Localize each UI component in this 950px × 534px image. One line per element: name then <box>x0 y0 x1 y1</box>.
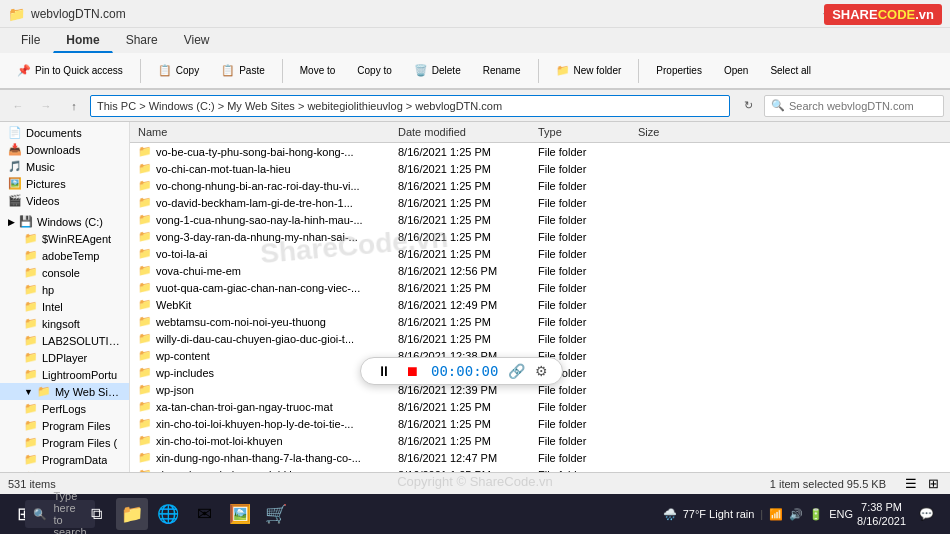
tiles-view-button[interactable]: ⊞ <box>924 475 942 493</box>
sidebar-item-ldplayer[interactable]: 📁 LDPlayer <box>0 349 129 366</box>
sidebar-item-hp[interactable]: 📁 hp <box>0 281 129 298</box>
table-row[interactable]: 📁 vo-david-beckham-lam-gi-de-tre-hon-1..… <box>130 194 950 211</box>
sidebar-label-pictures: Pictures <box>26 178 66 190</box>
file-modified-cell: 8/16/2021 1:25 PM <box>390 434 530 448</box>
sidebar-label-perflogs: PerfLogs <box>42 403 86 415</box>
sidebar-item-lightroom[interactable]: 📁 LightroomPortu <box>0 366 129 383</box>
search-taskbar-area[interactable]: 🔍 Type here to search <box>44 498 76 530</box>
sidebar-item-adobetemp[interactable]: 📁 adobeTemp <box>0 247 129 264</box>
sidebar-item-windows-c[interactable]: ▶ 💾 Windows (C:) <box>0 213 129 230</box>
col-header-type[interactable]: Type <box>530 124 630 140</box>
table-row[interactable]: 📁 vo-chong-nhung-bi-an-rac-roi-day-thu-v… <box>130 177 950 194</box>
settings-icon[interactable]: ⚙ <box>535 363 548 379</box>
link-icon[interactable]: 🔗 <box>508 363 525 379</box>
file-type-cell: File folder <box>530 145 630 159</box>
table-row[interactable]: 📁 vova-chui-me-em 8/16/2021 12:56 PM Fil… <box>130 262 950 279</box>
open-button[interactable]: Open <box>715 57 757 85</box>
file-name-cell: 📁 wp-includes <box>130 365 390 380</box>
sidebar-item-programfiles86[interactable]: 📁 Program Files ( <box>0 434 129 451</box>
table-row[interactable]: 📁 xin-cho-toi-loi-khuyen-hop-ly-de-toi-t… <box>130 415 950 432</box>
sidebar-item-mywebsites[interactable]: ▼ 📁 My Web Sites <box>0 383 129 400</box>
forward-button[interactable]: → <box>34 94 58 118</box>
search-box[interactable]: 🔍 <box>764 95 944 117</box>
sidebar-item-perflogs[interactable]: 📁 PerfLogs <box>0 400 129 417</box>
rename-button[interactable]: Rename <box>474 57 530 85</box>
table-row[interactable]: 📁 xa-tan-chan-troi-gan-ngay-truoc-mat 8/… <box>130 398 950 415</box>
sidebar-item-programdata[interactable]: 📁 ProgramData <box>0 451 129 468</box>
ribbon-tab-share[interactable]: Share <box>113 28 171 53</box>
drive-icon: 💾 <box>19 215 33 228</box>
task-view-button[interactable]: ⧉ <box>80 498 112 530</box>
file-name-cell: 📁 vong-3-day-ran-da-nhung-my-nhan-sai-..… <box>130 229 390 244</box>
notification-button[interactable]: 💬 <box>910 498 942 530</box>
col-header-name[interactable]: Name <box>130 124 390 140</box>
sidebar-item-lab2[interactable]: 📁 LAB2SOLUTIONS <box>0 332 129 349</box>
sidebar-item-kingsoft[interactable]: 📁 kingsoft <box>0 315 129 332</box>
file-name-cell: 📁 vong-1-cua-nhung-sao-nay-la-hinh-mau-.… <box>130 212 390 227</box>
view-controls: ☰ ⊞ <box>902 475 942 493</box>
copy-to-button[interactable]: Copy to <box>348 57 400 85</box>
table-row[interactable]: 📁 vuot-qua-cam-giac-chan-nan-cong-viec-.… <box>130 279 950 296</box>
file-name-cell: 📁 willy-di-dau-cau-chuyen-giao-duc-gioi-… <box>130 331 390 346</box>
sidebar-item-downloads[interactable]: 📥 Downloads <box>0 141 129 158</box>
table-row[interactable]: 📁 WebKit 8/16/2021 12:49 PM File folder <box>130 296 950 313</box>
folder-icon: 📁 <box>138 213 152 226</box>
table-row[interactable]: 📁 vong-3-day-ran-da-nhung-my-nhan-sai-..… <box>130 228 950 245</box>
sidebar-item-documents[interactable]: 📄 Documents <box>0 124 129 141</box>
mail-button[interactable]: ✉ <box>188 498 220 530</box>
photos-button[interactable]: 🖼️ <box>224 498 256 530</box>
pin-button[interactable]: 📌 Pin to Quick access <box>8 57 132 85</box>
move-button[interactable]: Move to <box>291 57 345 85</box>
table-row[interactable]: 📁 xin-cho-toi-mot-loi-khuyen 8/16/2021 1… <box>130 432 950 449</box>
table-row[interactable]: 📁 vo-be-cua-ty-phu-song-bai-hong-kong-..… <box>130 143 950 160</box>
properties-button[interactable]: Properties <box>647 57 711 85</box>
ribbon-tab-home[interactable]: Home <box>53 28 112 53</box>
taskbar: ⊞ 🔍 Type here to search ⧉ 📁 🌐 ✉ 🖼️ 🛒 � <box>0 494 950 534</box>
stop-button[interactable]: ⏹ <box>403 362 421 380</box>
table-row[interactable]: 📁 xin-dung-ngo-nhan-thang-7-la-thang-co-… <box>130 449 950 466</box>
file-type-cell: File folder <box>530 230 630 244</box>
back-button[interactable]: ← <box>6 94 30 118</box>
sidebar-item-pictures[interactable]: 🖼️ Pictures <box>0 175 129 192</box>
col-header-modified[interactable]: Date modified <box>390 124 530 140</box>
ribbon-tab-view[interactable]: View <box>171 28 223 53</box>
file-size-cell <box>630 253 710 255</box>
folder-icon-lab2: 📁 <box>24 334 38 347</box>
file-name-cell: 📁 vo-chi-can-mot-tuan-la-hieu <box>130 161 390 176</box>
select-all-button[interactable]: Select all <box>761 57 820 85</box>
copy-button[interactable]: 📋 Copy <box>149 57 208 85</box>
sidebar-item-console[interactable]: 📁 console <box>0 264 129 281</box>
new-folder-button[interactable]: 📁 New folder <box>547 57 631 85</box>
folder-icon: 📁 <box>138 366 152 379</box>
address-path[interactable]: This PC > Windows (C:) > My Web Sites > … <box>90 95 730 117</box>
sidebar-item-programfiles[interactable]: 📁 Program Files <box>0 417 129 434</box>
folder-icon-console: 📁 <box>24 266 38 279</box>
table-row[interactable]: 📁 webtamsu-com-noi-noi-yeu-thuong 8/16/2… <box>130 313 950 330</box>
table-row[interactable]: 📁 vong-1-cua-nhung-sao-nay-la-hinh-mau-.… <box>130 211 950 228</box>
ribbon-tab-file[interactable]: File <box>8 28 53 53</box>
file-name-cell: 📁 vo-be-cua-ty-phu-song-bai-hong-kong-..… <box>130 144 390 159</box>
col-header-size[interactable]: Size <box>630 124 710 140</box>
file-modified-cell: 8/16/2021 1:25 PM <box>390 400 530 414</box>
paste-button[interactable]: 📋 Paste <box>212 57 274 85</box>
edge-button[interactable]: 🌐 <box>152 498 184 530</box>
store-button[interactable]: 🛒 <box>260 498 292 530</box>
delete-button[interactable]: 🗑️ Delete <box>405 57 470 85</box>
sidebar-item-music[interactable]: 🎵 Music <box>0 158 129 175</box>
copy-icon: 📋 <box>158 64 172 77</box>
table-row[interactable]: 📁 vo-toi-la-ai 8/16/2021 1:25 PM File fo… <box>130 245 950 262</box>
table-row[interactable]: 📁 vo-chi-can-mot-tuan-la-hieu 8/16/2021 … <box>130 160 950 177</box>
search-input[interactable] <box>789 100 937 112</box>
taskbar-clock[interactable]: 7:38 PM 8/16/2021 <box>857 500 906 529</box>
up-button[interactable]: ↑ <box>62 94 86 118</box>
pause-button[interactable]: ⏸ <box>375 362 393 380</box>
sidebar-item-videos[interactable]: 🎬 Videos <box>0 192 129 209</box>
sidebar-item-winreagent[interactable]: 📁 $WinREAgent <box>0 230 129 247</box>
sidebar-item-intel[interactable]: 📁 Intel <box>0 298 129 315</box>
expand-arrow-web: ▼ <box>24 387 33 397</box>
table-row[interactable]: 📁 willy-di-dau-cau-chuyen-giao-duc-gioi-… <box>130 330 950 347</box>
file-explorer-taskbar[interactable]: 📁 <box>116 498 148 530</box>
refresh-button[interactable]: ↻ <box>736 94 760 118</box>
details-view-button[interactable]: ☰ <box>902 475 920 493</box>
file-modified-cell: 8/16/2021 1:25 PM <box>390 196 530 210</box>
